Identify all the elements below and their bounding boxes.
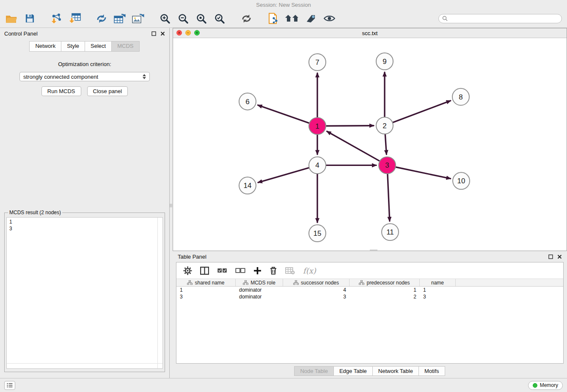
trash-icon [270, 266, 277, 275]
function-builder-button[interactable]: f(x) [303, 266, 316, 275]
deselect-all-button[interactable] [235, 268, 245, 274]
import-network-file-button[interactable] [50, 12, 63, 25]
graph-edge-1-6[interactable] [258, 105, 309, 123]
zoom-in-button[interactable] [159, 12, 171, 25]
graph-node-3[interactable]: 3 [379, 157, 396, 174]
new-network-from-table-button[interactable] [113, 12, 126, 25]
table-row[interactable]: 1 dominator 4 1 1 [176, 287, 563, 293]
cell-successor-nodes[interactable]: 4 [283, 287, 350, 293]
graph-edge-2-8[interactable] [393, 101, 451, 122]
zoom-selected-button[interactable] [213, 12, 226, 25]
close-panel-button[interactable]: Close panel [87, 86, 128, 96]
import-table-file-button[interactable] [68, 12, 81, 25]
graph-edge-4-14[interactable] [258, 168, 309, 182]
minimize-window-icon[interactable]: − [185, 30, 191, 36]
task-history-button[interactable] [4, 381, 15, 390]
cell-mcds-role[interactable]: dominator [236, 294, 283, 300]
tab-motifs[interactable]: Motifs [418, 366, 445, 376]
graph-edge-3-11[interactable] [388, 174, 390, 221]
toolbar-search[interactable] [438, 14, 562, 23]
network-canvas[interactable]: 7968124314101511 [173, 38, 567, 251]
table-row[interactable]: 3 dominator 3 2 3 [176, 293, 563, 300]
export-image-button[interactable] [132, 12, 145, 25]
graph-node-8[interactable]: 8 [452, 88, 469, 105]
close-window-icon[interactable]: × [176, 30, 182, 36]
graph-edge-1-2[interactable] [326, 126, 374, 126]
window-resize-handle[interactable] [370, 250, 377, 251]
mcds-result-list[interactable]: 1 3 [6, 217, 163, 369]
cell-name[interactable]: 3 [420, 294, 456, 300]
delete-table-button[interactable] [285, 267, 295, 274]
result-horizontal-scrollbar[interactable] [7, 363, 162, 368]
graph-node-14[interactable]: 14 [239, 177, 256, 194]
add-column-button[interactable] [253, 267, 261, 275]
table-settings-button[interactable] [183, 266, 192, 275]
home-layout-button[interactable] [285, 12, 299, 25]
graph-node-label: 1 [315, 122, 319, 130]
tab-network-table[interactable]: Network Table [372, 366, 419, 376]
tab-style[interactable]: Style [61, 41, 85, 52]
zoom-fit-icon [196, 13, 207, 24]
run-mcds-button[interactable]: Run MCDS [41, 86, 81, 96]
refresh-view-button[interactable] [240, 12, 253, 25]
graph-node-9[interactable]: 9 [376, 53, 393, 70]
float-table-panel-icon[interactable] [548, 254, 553, 259]
apply-style-button[interactable] [305, 12, 317, 25]
control-panel-tabs: Network Style Select MCDS [0, 39, 169, 52]
graph-edge-3-10[interactable] [396, 167, 451, 179]
graph-node-2[interactable]: 2 [376, 117, 393, 134]
close-table-panel-icon[interactable] [557, 254, 562, 259]
graph-node-4[interactable]: 4 [309, 157, 326, 174]
panel-splitter-handle[interactable] [170, 201, 172, 210]
save-session-button[interactable] [23, 12, 36, 25]
toggle-visibility-button[interactable] [323, 12, 336, 25]
close-panel-icon[interactable] [160, 31, 165, 36]
result-vertical-scrollbar[interactable] [157, 218, 162, 368]
tab-network[interactable]: Network [29, 41, 61, 52]
cell-predecessor-nodes[interactable]: 2 [350, 294, 420, 300]
graph-node-7[interactable]: 7 [309, 54, 326, 71]
cell-successor-nodes[interactable]: 3 [283, 294, 350, 300]
graph-node-1[interactable]: 1 [309, 118, 326, 135]
cell-predecessor-nodes[interactable]: 1 [350, 287, 420, 293]
network-window-titlebar[interactable]: × − + scc.txt [173, 28, 567, 38]
zoom-window-icon[interactable]: + [194, 30, 200, 36]
tab-edge-table[interactable]: Edge Table [333, 366, 373, 376]
show-columns-button[interactable] [200, 267, 209, 275]
criterion-select[interactable]: strongly connected component [19, 72, 150, 81]
graph-edge-3-1[interactable] [327, 131, 380, 161]
tab-node-table[interactable]: Node Table [294, 366, 334, 376]
cell-mcds-role[interactable]: dominator [236, 287, 283, 293]
column-header-successor-nodes[interactable]: successor nodes [283, 279, 350, 286]
column-header-mcds-role[interactable]: MCDS role [236, 279, 283, 286]
tab-mcds[interactable]: MCDS [111, 41, 139, 52]
zoom-fit-button[interactable] [195, 12, 208, 25]
table-panel-tabs: Node Table Edge Table Network Table Moti… [173, 364, 567, 378]
float-panel-icon[interactable] [151, 31, 156, 36]
zoom-out-button[interactable] [177, 12, 190, 25]
column-header-predecessor-nodes[interactable]: predecessor nodes [350, 279, 420, 286]
cell-shared-name[interactable]: 1 [176, 287, 236, 293]
network-graph[interactable]: 7968124314101511 [173, 38, 567, 251]
result-value: 3 [9, 225, 160, 232]
graph-node-15[interactable]: 15 [309, 225, 326, 242]
new-network-button[interactable] [95, 12, 108, 25]
table-panel-header: Table Panel [173, 251, 567, 262]
graph-node-10[interactable]: 10 [453, 172, 470, 189]
open-session-button[interactable] [5, 12, 18, 25]
column-header-name[interactable]: name [420, 279, 456, 286]
graph-node-6[interactable]: 6 [239, 93, 256, 110]
graph-node-11[interactable]: 11 [382, 224, 399, 240]
select-all-button[interactable] [217, 268, 227, 274]
cell-name[interactable]: 1 [420, 287, 456, 293]
tab-select[interactable]: Select [85, 41, 112, 52]
search-input[interactable] [450, 16, 558, 22]
column-header-shared-name[interactable]: shared name [176, 279, 236, 286]
cell-shared-name[interactable]: 3 [176, 294, 236, 300]
status-bar: Memory [0, 378, 567, 392]
delete-column-button[interactable] [270, 266, 277, 275]
copy-style-button[interactable] [267, 12, 279, 25]
graph-node-label: 7 [315, 58, 319, 66]
graph-edge-2-3[interactable] [385, 135, 386, 155]
memory-button[interactable]: Memory [528, 381, 563, 390]
